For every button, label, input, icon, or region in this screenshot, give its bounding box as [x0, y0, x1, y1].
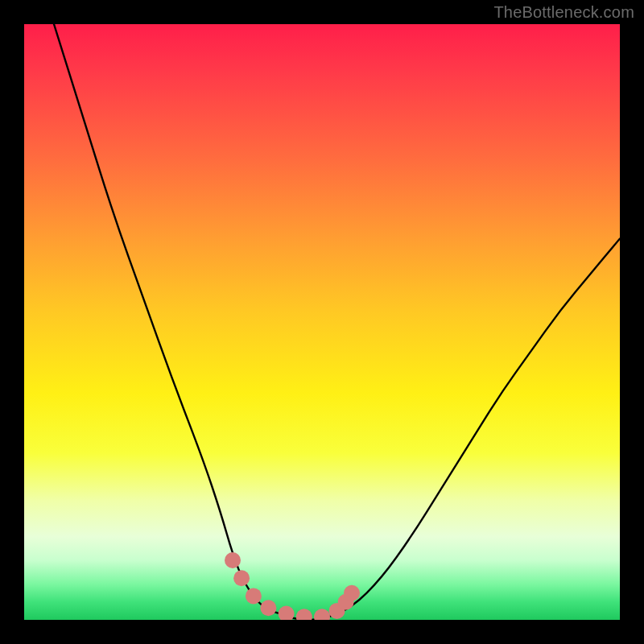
chart-frame: TheBottleneck.com: [0, 0, 644, 644]
watermark-text: TheBottleneck.com: [493, 3, 634, 22]
floor-marker: [233, 570, 250, 586]
floor-marker: [314, 609, 330, 620]
floor-marker: [344, 585, 360, 601]
floor-marker: [296, 609, 312, 620]
floor-markers: [225, 552, 360, 620]
floor-marker: [260, 600, 276, 616]
curve-layer: [24, 24, 620, 620]
plot-area: [24, 24, 620, 620]
floor-marker: [225, 552, 241, 568]
floor-marker: [279, 606, 295, 620]
floor-marker: [246, 588, 262, 604]
bottleneck-curve: [54, 24, 620, 620]
